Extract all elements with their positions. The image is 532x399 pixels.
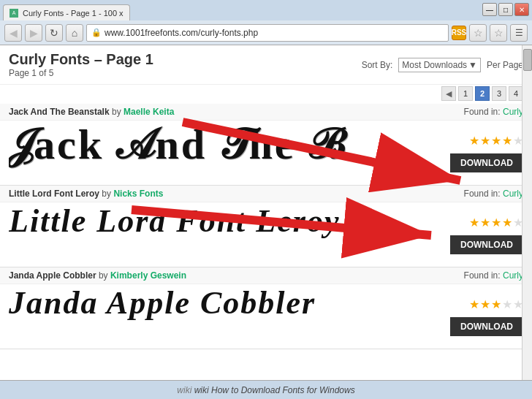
bookmark-button[interactable]: ☆	[469, 24, 487, 42]
star-3-1: ★	[469, 297, 479, 311]
font-author-1: Maelle Keita	[123, 107, 174, 117]
star-3-4: ★	[502, 297, 512, 311]
download-button-3[interactable]: DOWNLOAD	[450, 317, 523, 336]
sort-dropdown-icon: ▼	[468, 60, 477, 70]
sort-select[interactable]: Most Downloads ▼	[398, 58, 481, 72]
font-name-2: Little Lord Font Leroy	[9, 189, 99, 199]
sort-controls: Sort By: Most Downloads ▼ Per Page	[362, 58, 523, 72]
forward-button[interactable]: ▶	[25, 24, 42, 42]
bottom-bar-wiki: wiki	[177, 385, 191, 395]
page-subtitle: Page 1 of 5	[9, 68, 153, 78]
pagination-row: ◀ 1 2 3 4	[0, 85, 532, 104]
font-category-1[interactable]: Curly	[503, 107, 523, 117]
star-2-3: ★	[491, 216, 501, 229]
download-button-2[interactable]: DOWNLOAD	[450, 235, 523, 254]
font-name-meta-3: Janda Apple Cobbler by Kimberly Geswein	[9, 270, 186, 281]
pagination-prev[interactable]: ◀	[441, 86, 456, 101]
star-1-4: ★	[502, 134, 512, 148]
star-1-2: ★	[480, 134, 490, 148]
nav-bar: ◀ ▶ ↻ ⌂ 🔒 www.1001freefonts.com/curly-fo…	[0, 20, 532, 45]
bookmark2-button[interactable]: ☆	[490, 24, 507, 42]
font-preview-3: Janda Apple Cobbler	[9, 287, 443, 346]
font-found-label-1: Found in:	[464, 107, 501, 117]
font-found-label-2: Found in:	[464, 189, 501, 199]
home-button[interactable]: ⌂	[66, 24, 83, 42]
title-bar: A Curly Fonts - Page 1 - 100 x — □ ✕	[0, 0, 532, 20]
font-found-2: Found in: Curly	[464, 189, 523, 199]
font-name-meta-2: Little Lord Font Leroy by Nicks Fonts	[9, 189, 163, 199]
sort-value: Most Downloads	[402, 60, 467, 70]
font-preview-row-2: Little Lord Font Leroy ★ ★ ★ ★ ★ DOWNLOA…	[0, 202, 532, 267]
rss-button[interactable]: RSS	[452, 26, 466, 40]
star-2-1: ★	[469, 216, 479, 229]
font-preview-text-2: Little Lord Font Leroy	[9, 205, 443, 238]
scrollbar-thumb[interactable]	[523, 49, 532, 71]
address-icon: 🔒	[91, 28, 102, 37]
font-actions-1: ★ ★ ★ ★ ★ DOWNLOAD	[443, 134, 523, 172]
font-name-3: Janda Apple Cobbler	[9, 270, 96, 281]
page-header: Curly Fonts – Page 1 Page 1 of 5 Sort By…	[0, 45, 532, 85]
font-name-1: Jack And The Beanstalk	[9, 107, 110, 117]
font-preview-text-1: 𝒥ack 𝒜nd 𝒯he ℬ	[9, 123, 443, 166]
address-text: www.1001freefonts.com/curly-fonts.php	[104, 28, 258, 38]
font-found-1: Found in: Curly	[464, 107, 523, 117]
star-1-1: ★	[469, 134, 479, 148]
browser-tab[interactable]: A Curly Fonts - Page 1 - 100 x	[3, 4, 130, 20]
page-title: Curly Fonts – Page 1	[9, 51, 153, 68]
star-2-4: ★	[502, 216, 512, 229]
font-entry-1: Jack And The Beanstalk by Maelle Keita F…	[0, 104, 532, 186]
font-by-2: by	[102, 189, 111, 199]
font-actions-2: ★ ★ ★ ★ ★ DOWNLOAD	[443, 216, 523, 254]
font-by-1: by	[112, 107, 121, 117]
bottom-bar-howto: wiki How to Download Fonts for Windows	[194, 385, 355, 395]
font-found-3: Found in: Curly	[464, 270, 523, 281]
pagination-page-3[interactable]: 3	[492, 86, 506, 101]
pagination-page-2[interactable]: 2	[475, 86, 490, 101]
font-author-3: Kimberly Geswein	[110, 270, 186, 281]
font-preview-1: 𝒥ack 𝒜nd 𝒯he ℬ	[9, 123, 443, 182]
star-rating-2: ★ ★ ★ ★ ★	[469, 216, 523, 229]
font-entry-3: Janda Apple Cobbler by Kimberly Geswein …	[0, 267, 532, 349]
font-entry-2: Little Lord Font Leroy by Nicks Fonts Fo…	[0, 186, 532, 267]
download-button-1[interactable]: DOWNLOAD	[450, 153, 523, 172]
font-meta-3: Janda Apple Cobbler by Kimberly Geswein …	[0, 267, 532, 284]
window-controls: — □ ✕	[482, 3, 529, 16]
star-rating-3: ★ ★ ★ ★ ★	[469, 297, 523, 311]
font-preview-row-1: 𝒥ack 𝒜nd 𝒯he ℬ ★ ★ ★ ★ ★ DOWNLOAD	[0, 121, 532, 185]
page-title-block: Curly Fonts – Page 1 Page 1 of 5	[9, 51, 153, 78]
maximize-button[interactable]: □	[498, 3, 513, 16]
address-bar[interactable]: 🔒 www.1001freefonts.com/curly-fonts.php	[86, 24, 449, 42]
star-2-2: ★	[480, 216, 490, 229]
star-3-3: ★	[491, 297, 501, 311]
back-button[interactable]: ◀	[4, 24, 22, 42]
bottom-bar-text: wiki wiki How to Download Fonts for Wind…	[177, 385, 354, 395]
pagination-page-4[interactable]: 4	[509, 86, 523, 101]
bottom-bar: wiki wiki How to Download Fonts for Wind…	[0, 380, 532, 399]
star-3-2: ★	[480, 297, 490, 311]
font-author-2: Nicks Fonts	[113, 189, 163, 199]
tab-favicon: A	[10, 9, 18, 18]
font-meta-1: Jack And The Beanstalk by Maelle Keita F…	[0, 104, 532, 121]
star-1-3: ★	[491, 134, 501, 148]
per-page-label: Per Page	[487, 60, 523, 70]
font-preview-text-3: Janda Apple Cobbler	[9, 287, 443, 319]
font-by-3: by	[99, 270, 108, 281]
pagination-page-1[interactable]: 1	[458, 86, 473, 101]
font-category-2[interactable]: Curly	[503, 189, 523, 199]
font-name-meta-1: Jack And The Beanstalk by Maelle Keita	[9, 107, 174, 117]
star-rating-1: ★ ★ ★ ★ ★	[469, 134, 523, 148]
font-category-3[interactable]: Curly	[503, 270, 523, 281]
minimize-button[interactable]: —	[482, 3, 497, 16]
font-preview-2: Little Lord Font Leroy	[9, 205, 443, 264]
tab-label: Curly Fonts - Page 1 - 100 x	[23, 9, 123, 18]
close-button[interactable]: ✕	[514, 3, 529, 16]
refresh-button[interactable]: ↻	[45, 24, 63, 42]
scrollbar[interactable]	[522, 45, 532, 380]
menu-button[interactable]: ☰	[510, 24, 528, 42]
font-actions-3: ★ ★ ★ ★ ★ DOWNLOAD	[443, 297, 523, 336]
page-content: Curly Fonts – Page 1 Page 1 of 5 Sort By…	[0, 45, 532, 380]
font-meta-2: Little Lord Font Leroy by Nicks Fonts Fo…	[0, 186, 532, 202]
font-preview-row-3: Janda Apple Cobbler ★ ★ ★ ★ ★ DOWNLOAD	[0, 284, 532, 349]
font-found-label-3: Found in:	[464, 270, 501, 281]
sort-label: Sort By:	[362, 60, 393, 70]
